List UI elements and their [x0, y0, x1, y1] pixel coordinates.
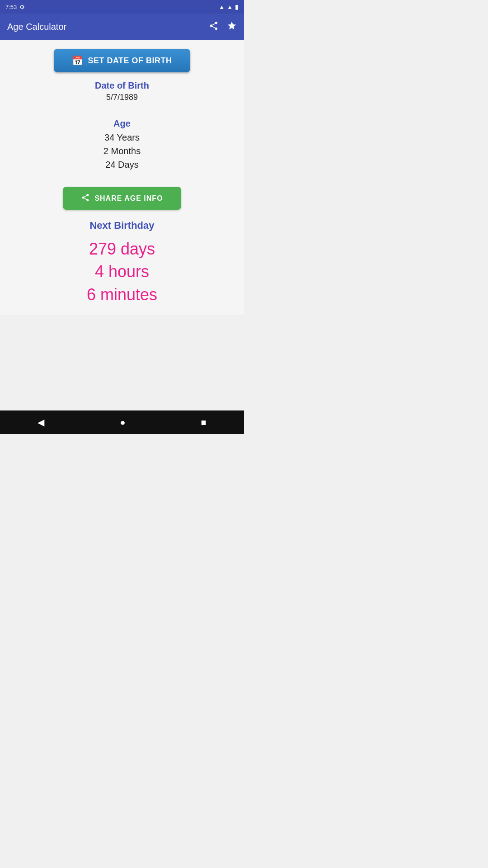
age-years: 34 Years — [104, 131, 140, 144]
app-bar: Age Calculator — [0, 14, 244, 40]
share-age-button-label: SHARE AGE INFO — [94, 194, 163, 203]
settings-icon: ⚙ — [19, 4, 25, 10]
date-of-birth-label: Date of Birth — [95, 80, 149, 91]
main-content: 📅 SET DATE OF BIRTH Date of Birth 5/7/19… — [0, 40, 244, 315]
share-icon[interactable] — [209, 21, 219, 33]
age-section: Age 34 Years 2 Months 24 Days — [103, 118, 141, 171]
nav-home-button[interactable]: ● — [120, 417, 125, 428]
age-months: 2 Months — [103, 144, 141, 158]
share-age-icon — [81, 193, 90, 203]
status-left: 7:53 ⚙ — [5, 4, 25, 10]
age-days: 24 Days — [105, 158, 138, 171]
nav-bar: ◀ ● ■ — [0, 410, 244, 434]
next-birthday-section: Next Birthday 279 days 4 hours 6 minutes — [87, 220, 157, 306]
countdown-days: 279 days — [89, 238, 155, 260]
wifi-icon: ▲ — [219, 4, 225, 10]
date-of-birth-value: 5/7/1989 — [95, 93, 149, 102]
age-label: Age — [113, 118, 131, 129]
calendar-icon: 📅 — [72, 55, 83, 66]
signal-icon: ▲ — [227, 4, 233, 10]
status-bar: 7:53 ⚙ ▲ ▲ ▮ — [0, 0, 244, 14]
app-bar-actions — [209, 21, 237, 33]
battery-icon: ▮ — [235, 3, 239, 10]
countdown-minutes: 6 minutes — [87, 283, 157, 306]
status-time: 7:53 — [5, 4, 17, 10]
set-date-button[interactable]: 📅 SET DATE OF BIRTH — [54, 49, 190, 72]
share-age-button[interactable]: SHARE AGE INFO — [63, 187, 181, 210]
date-of-birth-section: Date of Birth 5/7/1989 — [95, 80, 149, 110]
next-birthday-label: Next Birthday — [89, 220, 154, 231]
countdown-hours: 4 hours — [95, 260, 149, 283]
nav-recent-button[interactable]: ■ — [201, 417, 206, 428]
status-right: ▲ ▲ ▮ — [219, 3, 239, 10]
set-date-button-label: SET DATE OF BIRTH — [88, 56, 172, 66]
favorite-icon[interactable] — [227, 21, 237, 33]
nav-back-button[interactable]: ◀ — [38, 417, 44, 428]
app-title: Age Calculator — [7, 22, 66, 32]
